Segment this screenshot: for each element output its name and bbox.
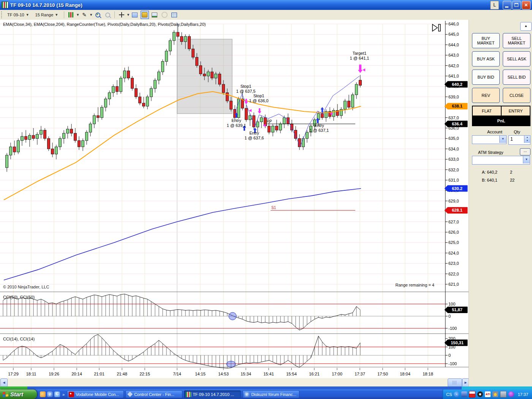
buy-market-button[interactable]: BUY MARKET xyxy=(472,33,500,48)
tray-messenger-icon[interactable] xyxy=(508,391,514,397)
data-grid-button[interactable] xyxy=(170,11,179,19)
instrument-dropdown[interactable]: TF 09-10 ▼ xyxy=(5,11,32,18)
atm-more-button[interactable]: ... xyxy=(520,148,530,155)
svg-text:1 @ 641,1: 1 @ 641,1 xyxy=(350,56,369,60)
buy-ask-button[interactable]: BUY ASK xyxy=(472,51,500,66)
bid-price-label: B: 640,1 xyxy=(482,178,497,182)
reverse-button[interactable]: REV xyxy=(472,88,500,103)
tray-battery-icon[interactable] xyxy=(461,391,467,397)
tray-clock: 17:37 xyxy=(518,392,528,397)
restore-button[interactable] xyxy=(512,1,521,10)
sell-market-button[interactable]: SELL MARKET xyxy=(503,33,530,48)
chevron-down-icon[interactable]: ▼ xyxy=(127,13,130,17)
browser-icon[interactable]: C xyxy=(54,391,60,397)
ask-price-label: A: 640,2 xyxy=(482,170,497,174)
svg-text:639,0: 639,0 xyxy=(448,95,459,99)
zoom-out-button[interactable] xyxy=(103,11,112,19)
svg-text:645,0: 645,0 xyxy=(448,32,459,36)
app-icon xyxy=(2,2,8,8)
tray-signal-icon[interactable] xyxy=(469,391,475,397)
zoom-in-button[interactable]: + xyxy=(93,11,102,19)
drawing-tools-button[interactable]: ✎ xyxy=(80,11,89,19)
task-vodafone[interactable]: Vodafone Mobile Con... xyxy=(67,390,124,398)
svg-text:150,31: 150,31 xyxy=(451,340,464,345)
chevron-down-icon[interactable]: ▼ xyxy=(76,13,79,17)
scrollbar-thumb[interactable] xyxy=(448,378,462,387)
svg-text:17:00: 17:00 xyxy=(332,372,342,376)
taskbar: Start e C » Vodafone Mobile Con... Contr… xyxy=(0,390,532,399)
task-forum[interactable]: e Diskuzní fórum Financ... xyxy=(242,390,299,398)
start-label: Start xyxy=(10,391,23,397)
chart-trader-panel: ▲ BUY MARKET SELL MARKET BUY ASK SELL AS… xyxy=(469,20,532,386)
chart-trader-button[interactable] xyxy=(141,11,149,19)
tray-media-icon[interactable] xyxy=(477,391,483,397)
svg-text:635,0: 635,0 xyxy=(448,136,459,141)
svg-text:634,0: 634,0 xyxy=(448,147,459,151)
account-select[interactable]: ▼ xyxy=(472,135,507,144)
svg-text:622,0: 622,0 xyxy=(448,272,459,276)
candlestick-style-button[interactable] xyxy=(67,11,75,19)
control-center-icon xyxy=(127,392,133,397)
panel-scroll-up-button[interactable]: ▲ xyxy=(520,22,532,31)
svg-text:Entry: Entry xyxy=(231,118,241,123)
tray-ati-icon[interactable]: ATI xyxy=(485,391,491,397)
scroll-left-button[interactable]: ◄ xyxy=(0,378,8,387)
svg-text:643,0: 643,0 xyxy=(448,53,459,57)
sell-ask-button[interactable]: SELL ASK xyxy=(503,51,530,66)
close-button[interactable]: × xyxy=(522,1,530,10)
task-label: TF 09-10 14.7.2010 ... xyxy=(193,392,234,397)
svg-text:20:14: 20:14 xyxy=(71,372,82,376)
mini-chart-button[interactable] xyxy=(150,11,159,19)
task-control-center[interactable]: Control Center - Fin... xyxy=(125,390,182,398)
snapshot-button[interactable] xyxy=(131,11,139,19)
signal-marker xyxy=(226,361,236,367)
quick-launch-overflow[interactable]: » xyxy=(62,392,65,397)
chevron-down-icon[interactable]: ▼ xyxy=(523,156,530,163)
quick-launch-icon-1[interactable] xyxy=(40,391,46,397)
chevron-down-icon: ▼ xyxy=(26,13,29,17)
global-link-button[interactable] xyxy=(160,11,169,19)
horizontal-scrollbar[interactable]: ◄ ► xyxy=(0,378,469,386)
chart-trader-icon xyxy=(142,12,147,17)
chart-canvas[interactable]: PPS1Stop11 @ 637,5Stop11 @ 636,0Entry1 @… xyxy=(0,20,469,377)
qty-label: Qty xyxy=(514,130,520,134)
cci14-label: CCI(14), CCI(14) xyxy=(3,337,35,341)
chevron-down-icon[interactable]: ▼ xyxy=(89,13,93,17)
ie-icon[interactable]: e xyxy=(47,391,53,397)
svg-text:7/14: 7/14 xyxy=(173,372,181,376)
svg-text:Stop1: Stop1 xyxy=(241,84,252,89)
svg-text:19:26: 19:26 xyxy=(49,372,59,376)
period-dropdown[interactable]: 15 Range ▼ xyxy=(33,11,61,18)
svg-text:18:04: 18:04 xyxy=(400,372,410,376)
svg-text:21:01: 21:01 xyxy=(94,372,104,376)
stepper-arrows[interactable]: ▲▼ xyxy=(524,136,530,143)
chart-region: PPS1Stop11 @ 637,5Stop11 @ 636,0Entry1 @… xyxy=(0,20,469,386)
windows-flag-icon xyxy=(3,391,8,397)
chevron-down-icon: ▼ xyxy=(55,13,58,17)
svg-text:631,0: 631,0 xyxy=(448,178,459,182)
tray-display-icon[interactable] xyxy=(500,391,507,397)
crosshair-button[interactable] xyxy=(117,11,126,19)
position-state-bar: FLAT ENTRY PnL xyxy=(472,106,530,126)
task-chart-active[interactable]: TF 09-10 14.7.2010 ... xyxy=(184,390,241,398)
buy-bid-button[interactable]: BUY BID xyxy=(472,70,500,85)
tray-volume-icon[interactable] xyxy=(492,391,498,397)
language-indicator[interactable]: CS xyxy=(446,392,452,397)
chevron-down-icon[interactable]: ▼ xyxy=(499,136,506,143)
close-position-button[interactable]: CLOSE xyxy=(503,88,530,103)
svg-text:15:34: 15:34 xyxy=(241,372,251,376)
sell-bid-button[interactable]: SELL BID xyxy=(503,70,530,85)
minimize-button[interactable] xyxy=(503,1,511,10)
svg-text:Target1: Target1 xyxy=(353,51,367,55)
svg-text:624,0: 624,0 xyxy=(448,251,459,255)
start-button[interactable]: Start xyxy=(0,390,37,399)
lock-button[interactable]: L xyxy=(490,1,499,10)
qty-stepper[interactable]: 1 ▲▼ xyxy=(508,135,530,145)
atm-strategy-select[interactable]: ▼ xyxy=(472,156,530,165)
cci50-label: CCI(50), CCI(50) xyxy=(3,295,35,299)
svg-text:625,0: 625,0 xyxy=(448,240,459,245)
globe-icon xyxy=(162,12,168,18)
svg-text:18:11: 18:11 xyxy=(26,372,36,376)
title-bar: TF 09-10 14.7.2010 (15 Range) L × xyxy=(0,0,532,10)
hide-icons-chevron[interactable]: ‹ xyxy=(454,391,459,397)
